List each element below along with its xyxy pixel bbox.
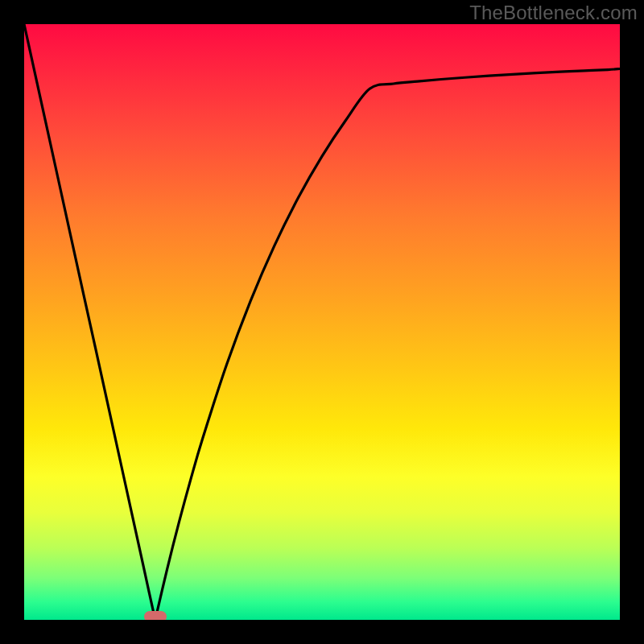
optimal-marker bbox=[144, 611, 167, 620]
plot-area bbox=[24, 24, 620, 620]
watermark-text: TheBottleneck.com bbox=[469, 2, 638, 24]
chart-frame: TheBottleneck.com bbox=[0, 0, 644, 644]
curve-svg bbox=[24, 24, 620, 620]
bottleneck-curve bbox=[24, 24, 620, 620]
